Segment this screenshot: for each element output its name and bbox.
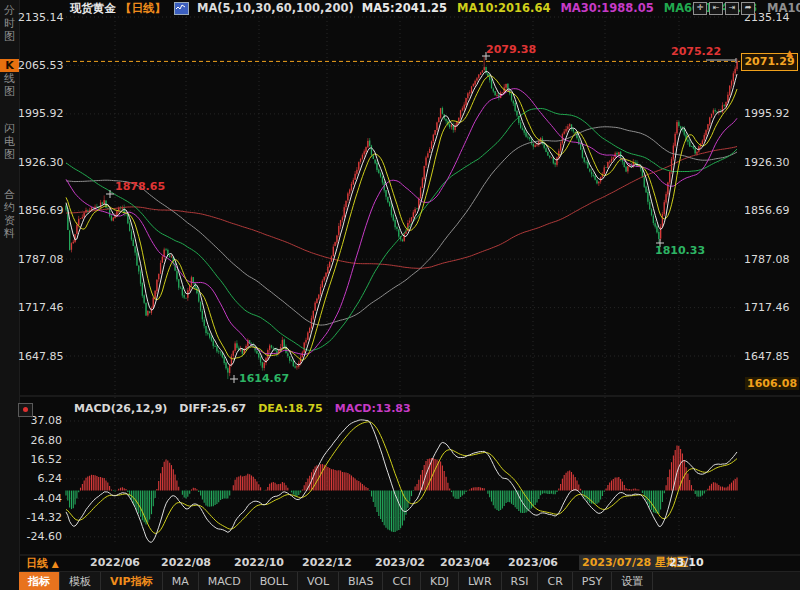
- price-axis-label: 2065.53: [18, 59, 62, 72]
- toolbar-button-CCI[interactable]: CCI: [383, 572, 421, 590]
- macd-diff-value: DIFF:25.67: [179, 402, 246, 415]
- macd-dea-value: DEA:18.75: [258, 402, 323, 415]
- crosshair-icon[interactable]: ✛: [693, 2, 707, 15]
- toolbar-button-RSI[interactable]: RSI: [502, 572, 539, 590]
- sidebar-tab-1[interactable]: 分时图: [0, 4, 19, 43]
- sidebar-tab-char: 线: [0, 72, 19, 85]
- price-axis-label: 1926.30: [18, 156, 62, 169]
- sidebar-tab-char: 料: [0, 227, 19, 240]
- collapse-arrow-icon: ▲: [52, 559, 59, 569]
- price-axis-label: 1787.08: [744, 253, 788, 266]
- header-icon-bar: ✛⇤⇥➦: [693, 2, 755, 15]
- sidebar: 分时图K线图闪电图合约资料: [0, 0, 20, 590]
- date-axis-label: 2023/04: [440, 556, 490, 569]
- app-window: 分时图K线图闪电图合约资料 现货黄金【日线】 MA(5,10,30,60,100…: [0, 0, 800, 590]
- macd-header: MACD(26,12,9) DIFF:25.67 DEA:18.75 MACD:…: [74, 402, 411, 415]
- sidebar-tab-char: 图: [0, 85, 19, 98]
- symbol-name: 现货黄金: [70, 1, 116, 16]
- price-axis-label: 1995.92: [744, 107, 788, 120]
- date-axis-label: 2022/08: [161, 556, 211, 569]
- ma-value-5: MA100:1937.9: [767, 1, 800, 15]
- ma-value-2: MA10:2016.64: [457, 1, 550, 15]
- macd-macd-value: MACD:13.83: [335, 402, 411, 415]
- price-axis-label: 1856.69: [18, 204, 62, 217]
- date-axis-label: 2023/02: [375, 556, 425, 569]
- sidebar-tab-2[interactable]: K线图: [0, 59, 19, 98]
- price-axis-label: 1717.46: [18, 301, 62, 314]
- price-axis-label: 1647.85: [744, 350, 788, 363]
- toolbar-button-MA[interactable]: MA: [163, 572, 199, 590]
- macd-axis-label: -14.32: [18, 511, 62, 524]
- date-axis-label: 2022/12: [302, 556, 352, 569]
- date-tick-partial: 23/10: [669, 556, 704, 569]
- indicator-toolbar: 指标模板VIP指标MAMACDBOLLVOLBIASCCIKDJLWRRSICR…: [19, 571, 800, 590]
- ma-settings-label: MA(5,10,30,60,100,200): [197, 1, 354, 15]
- sidebar-tab-char: 闪: [0, 122, 19, 135]
- price-annotation: 2079.38: [486, 43, 536, 56]
- toolbar-button-BIAS[interactable]: BIAS: [339, 572, 383, 590]
- date-axis-label: 2022/10: [234, 556, 284, 569]
- price-annotation: 1810.33: [655, 244, 705, 257]
- next-chart-icon[interactable]: ⇥: [725, 2, 739, 15]
- bottom-right-price-label: 1606.08: [745, 377, 799, 390]
- macd-axis-label: -4.04: [18, 492, 62, 505]
- sidebar-tab-char: 约: [0, 201, 19, 214]
- sidebar-tab-4[interactable]: 合约资料: [0, 188, 19, 240]
- period-label: 【日线】: [120, 1, 166, 16]
- macd-axis-label: -24.60: [18, 530, 62, 543]
- macd-axis-label: 26.80: [18, 434, 62, 447]
- ma-value-3: MA30:1988.05: [560, 1, 653, 15]
- date-axis-label: 2023/06: [508, 556, 558, 569]
- sidebar-tab-char: 图: [0, 148, 19, 161]
- sidebar-tab-char: 图: [0, 30, 19, 43]
- indicator-settings-icon[interactable]: [18, 403, 33, 417]
- toolbar-button-VOL[interactable]: VOL: [298, 572, 339, 590]
- date-axis-label: 2022/06: [90, 556, 140, 569]
- kline-chart-canvas[interactable]: [0, 0, 800, 590]
- sidebar-tab-char: 电: [0, 135, 19, 148]
- prev-chart-icon[interactable]: ⇤: [709, 2, 723, 15]
- sidebar-tab-3[interactable]: 闪电图: [0, 122, 19, 161]
- toolbar-button-LWR[interactable]: LWR: [459, 572, 502, 590]
- sidebar-tab-char: K: [0, 59, 19, 72]
- last-chart-icon[interactable]: ➦: [741, 2, 755, 15]
- macd-axis-label: 6.24: [18, 472, 62, 485]
- price-axis-label: 2135.14: [18, 11, 62, 24]
- macd-title: MACD(26,12,9): [74, 402, 167, 415]
- price-annotation: 2075.22: [671, 45, 721, 58]
- toolbar-button-BOLL[interactable]: BOLL: [251, 572, 298, 590]
- toolbar-button-设置[interactable]: 设置: [612, 572, 653, 590]
- price-up-arrow-icon: ▲: [786, 48, 793, 58]
- timeframe-button[interactable]: 日线 ▲: [26, 556, 59, 571]
- sidebar-tab-char: 合: [0, 188, 19, 201]
- price-axis-label: 1926.30: [744, 156, 788, 169]
- toolbar-button-VIP指标[interactable]: VIP指标: [101, 572, 163, 590]
- toolbar-button-PSY[interactable]: PSY: [573, 572, 612, 590]
- macd-axis-label: 16.52: [18, 453, 62, 466]
- price-axis-label: 1717.46: [744, 301, 788, 314]
- toolbar-button-模板[interactable]: 模板: [60, 572, 101, 590]
- toolbar-button-KDJ[interactable]: KDJ: [421, 572, 459, 590]
- price-annotation: 1614.67: [239, 372, 289, 385]
- ma-value-1: MA5:2041.25: [362, 1, 447, 15]
- price-axis-label: 1995.92: [18, 107, 62, 120]
- sidebar-tab-char: 资: [0, 214, 19, 227]
- sidebar-tab-char: 分: [0, 4, 19, 17]
- sidebar-tab-char: 时: [0, 17, 19, 30]
- chart-header: 现货黄金【日线】 MA(5,10,30,60,100,200) MA5:2041…: [70, 1, 800, 15]
- price-axis-label: 1647.85: [18, 350, 62, 363]
- price-axis-label: 1856.69: [744, 204, 788, 217]
- toolbar-button-指标[interactable]: 指标: [19, 572, 60, 590]
- date-axis: 日线 ▲ 2023/07/28 星期五 23/10 2022/062022/08…: [0, 556, 800, 571]
- toolbar-button-MACD[interactable]: MACD: [199, 572, 251, 590]
- price-axis-label: 1787.08: [18, 253, 62, 266]
- price-annotation: 1878.65: [115, 180, 165, 193]
- kline-mini-icon: [174, 2, 189, 15]
- toolbar-button-CR[interactable]: CR: [538, 572, 572, 590]
